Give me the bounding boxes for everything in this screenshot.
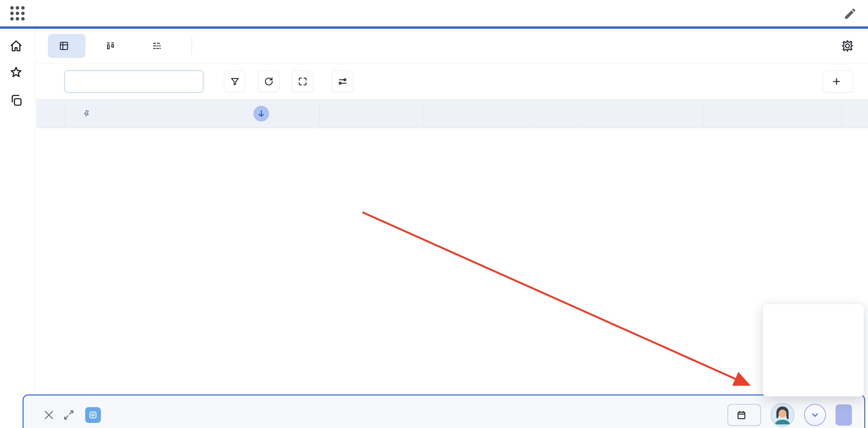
tab-resource-scheduler-view[interactable]: [141, 34, 179, 58]
table-header-row: [37, 99, 868, 128]
views-divider: [192, 38, 192, 54]
refresh-button[interactable]: [258, 71, 279, 92]
sort-descending-indicator[interactable]: [253, 106, 269, 122]
gear-icon[interactable]: [841, 39, 854, 53]
views-row: [36, 29, 868, 63]
accent-divider: [0, 26, 868, 29]
col-header-gap: [270, 100, 320, 128]
date-range-picker[interactable]: [727, 404, 761, 426]
star-icon[interactable]: [10, 66, 23, 79]
quick-add-controls: [727, 403, 852, 427]
assignee-avatar[interactable]: [771, 403, 794, 427]
tab-table-view[interactable]: [48, 34, 86, 58]
fullscreen-button[interactable]: [292, 71, 313, 92]
apps-grid-icon[interactable]: [10, 6, 25, 21]
resource-scheduler-icon: [152, 41, 162, 51]
toolbar-row: [36, 63, 868, 99]
expand-icon[interactable]: [63, 409, 75, 421]
new-item-input[interactable]: [110, 408, 727, 421]
close-icon[interactable]: [43, 409, 55, 421]
col-header-status[interactable]: [320, 100, 424, 128]
pin-icon[interactable]: [82, 109, 91, 118]
view-settings-button[interactable]: [332, 71, 353, 92]
app-header: [0, 0, 868, 26]
left-sidebar: [0, 29, 36, 428]
add-item-button[interactable]: [823, 71, 854, 92]
calendar-icon: [736, 410, 747, 420]
home-icon[interactable]: [10, 39, 23, 52]
kanban-view-icon: [105, 41, 116, 51]
col-header-actions: [841, 100, 868, 128]
new-item-type-icon[interactable]: [85, 407, 101, 423]
projects-stack-icon[interactable]: [10, 94, 23, 107]
save-button[interactable]: [836, 404, 852, 426]
table-view-icon: [59, 41, 69, 51]
edit-pencil-icon[interactable]: [843, 7, 857, 21]
col-header-start-date[interactable]: [581, 100, 703, 128]
quick-add-bar[interactable]: [23, 394, 865, 428]
col-header-color[interactable]: [534, 100, 581, 128]
col-header-due-date[interactable]: [703, 100, 841, 128]
search-input[interactable]: [64, 70, 203, 93]
filter-button[interactable]: [224, 71, 246, 92]
tab-kanban-view[interactable]: [94, 34, 132, 58]
col-header-num[interactable]: [37, 100, 65, 128]
main-area: [36, 29, 868, 428]
priority-dropdown: [763, 304, 864, 396]
items-table: [37, 99, 868, 428]
col-header-priority[interactable]: [424, 100, 534, 128]
col-header-name[interactable]: [65, 100, 270, 128]
save-options-chevron[interactable]: [804, 404, 826, 426]
plus-icon: [832, 77, 841, 86]
